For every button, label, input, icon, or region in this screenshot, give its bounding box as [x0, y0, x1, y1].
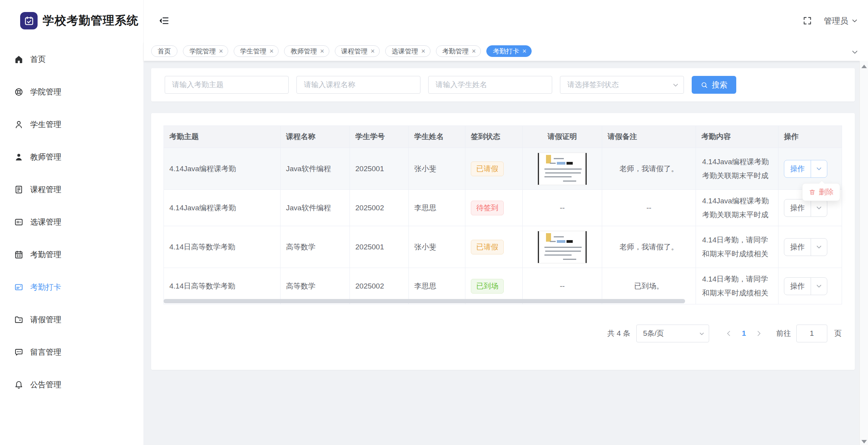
- action-chevron-down-icon[interactable]: [811, 160, 827, 177]
- cell-remark: 老师，我请假了。: [602, 226, 696, 268]
- sidebar-item-clock-in[interactable]: 考勤打卡: [0, 271, 143, 303]
- action-chevron-down-icon[interactable]: [811, 239, 827, 256]
- scroll-down-arrow-icon[interactable]: [861, 440, 867, 443]
- course-search-input[interactable]: [296, 76, 420, 94]
- sidebar-item-message[interactable]: 留言管理: [0, 336, 143, 368]
- action-button-label[interactable]: 操作: [784, 199, 811, 216]
- attendance-content-line: 4.14日考勤，请同学: [702, 272, 778, 286]
- window-scrollbar[interactable]: [859, 61, 868, 445]
- cell-proof: [523, 148, 602, 190]
- tab-college[interactable]: 学院管理×: [183, 45, 228, 57]
- status-select[interactable]: 请选择签到状态: [560, 76, 684, 94]
- home-icon: [14, 55, 24, 64]
- page-unit-label: 页: [834, 328, 842, 338]
- next-page-button[interactable]: [751, 332, 765, 335]
- tab-label: 考勤管理: [443, 47, 469, 56]
- tab-teacher[interactable]: 教师管理×: [284, 45, 329, 57]
- sidebar-item-label: 考勤管理: [30, 249, 61, 260]
- row-action-dropdown[interactable]: 操作: [784, 238, 827, 256]
- page-size-select[interactable]: 5条/页: [636, 325, 709, 342]
- tab-clock-in[interactable]: 考勤打卡×: [486, 45, 532, 57]
- row-action-dropdown[interactable]: 操作: [784, 277, 827, 295]
- user-menu[interactable]: 管理员: [824, 15, 856, 26]
- sidebar-item-home[interactable]: 首页: [0, 43, 143, 76]
- action-button-label[interactable]: 操作: [784, 160, 811, 177]
- tab-label: 首页: [158, 47, 171, 56]
- user-name: 管理员: [824, 15, 848, 26]
- search-button-label: 搜索: [712, 80, 727, 90]
- select-chevron-down-icon: [673, 82, 678, 87]
- attendance-content-line: 和期末平时成绩相关: [702, 286, 778, 300]
- sidebar-item-student[interactable]: 学生管理: [0, 108, 143, 141]
- scroll-up-arrow-icon[interactable]: [861, 65, 867, 68]
- action-dropdown-menu[interactable]: 删除: [802, 183, 840, 201]
- topic-search-input[interactable]: [165, 76, 289, 94]
- tab-student[interactable]: 学生管理×: [234, 45, 279, 57]
- leave-proof-image[interactable]: [538, 231, 587, 263]
- tab-close-icon[interactable]: ×: [320, 48, 324, 55]
- content-area: 请选择签到状态 搜索 考勤主题课程名称学生学号学生姓名签到状态请假证明请假备注考…: [144, 61, 868, 445]
- clock-in-icon: [14, 282, 24, 292]
- action-button-label[interactable]: 操作: [784, 278, 811, 295]
- cell-topic: 4.14日高等数学考勤: [164, 226, 281, 268]
- sidebar-item-teacher[interactable]: 教师管理: [0, 141, 143, 173]
- sidebar-item-label: 教师管理: [30, 152, 61, 162]
- course-icon: [14, 185, 24, 194]
- tabs-chevron-down-icon[interactable]: [849, 48, 861, 55]
- cell-action: 操作: [778, 268, 842, 304]
- tab-course[interactable]: 课程管理×: [335, 45, 380, 57]
- student-search-input[interactable]: [428, 76, 552, 94]
- sidebar-item-course[interactable]: 课程管理: [0, 173, 143, 206]
- cell-content: 4.14Java编程课考勤考勤关联期末平时成: [696, 190, 778, 226]
- app-title: 学校考勤管理系统: [43, 13, 139, 29]
- tab-close-icon[interactable]: ×: [472, 48, 476, 55]
- column-header: 课程名称: [281, 126, 350, 148]
- sidebar: 学校考勤管理系统 首页学院管理学生管理教师管理课程管理选课管理考勤管理考勤打卡请…: [0, 0, 144, 445]
- column-header: 请假备注: [602, 126, 696, 148]
- tab-close-icon[interactable]: ×: [421, 48, 425, 55]
- row-action-dropdown[interactable]: 操作: [784, 160, 827, 178]
- cell-remark: 老师，我请假了。: [602, 148, 696, 190]
- tab-close-icon[interactable]: ×: [371, 48, 375, 55]
- column-header: 学生姓名: [409, 126, 465, 148]
- sidebar-item-notice[interactable]: 公告管理: [0, 368, 143, 401]
- action-button-label[interactable]: 操作: [784, 239, 811, 256]
- row-action-dropdown[interactable]: 操作: [784, 199, 827, 217]
- sidebar-item-college[interactable]: 学院管理: [0, 76, 143, 108]
- tab-course-select[interactable]: 选课管理×: [385, 45, 431, 57]
- action-chevron-down-icon[interactable]: [811, 199, 827, 216]
- status-select-placeholder: 请选择签到状态: [567, 80, 619, 90]
- tab-list: 首页学院管理×学生管理×教师管理×课程管理×选课管理×考勤管理×考勤打卡×: [151, 45, 532, 57]
- cell-course: Java软件编程: [281, 190, 350, 226]
- tab-home[interactable]: 首页: [151, 45, 177, 57]
- search-button[interactable]: 搜索: [692, 76, 736, 94]
- cell-course: Java软件编程: [281, 148, 350, 190]
- tab-attendance[interactable]: 考勤管理×: [436, 45, 481, 57]
- sidebar-item-attendance[interactable]: 考勤管理: [0, 238, 143, 271]
- attendance-content-line: 和期末平时成绩相关: [702, 247, 778, 261]
- cell-status: 待签到: [465, 190, 523, 226]
- goto-page-input[interactable]: [796, 325, 827, 342]
- cell-student-id: 2025001: [350, 226, 409, 268]
- fullscreen-icon[interactable]: [803, 16, 812, 26]
- tab-label: 考勤打卡: [493, 47, 519, 56]
- tab-close-icon[interactable]: ×: [522, 48, 527, 55]
- tab-close-icon[interactable]: ×: [219, 48, 223, 55]
- status-badge: 待签到: [471, 201, 504, 215]
- user-chevron-down-icon: [852, 17, 857, 22]
- sidebar-item-leave[interactable]: 请假管理: [0, 303, 143, 336]
- horizontal-scrollbar-thumb[interactable]: [164, 299, 685, 303]
- tab-close-icon[interactable]: ×: [270, 48, 274, 55]
- cell-student-name: 张小斐: [409, 226, 465, 268]
- goto-label: 前往: [776, 328, 791, 338]
- sidebar-item-course-select[interactable]: 选课管理: [0, 206, 143, 238]
- column-header: 学生学号: [350, 126, 409, 148]
- course-select-icon: [14, 217, 24, 227]
- action-chevron-down-icon[interactable]: [811, 278, 827, 295]
- prev-page-button[interactable]: [723, 332, 736, 335]
- filter-card: 请选择签到状态 搜索: [151, 68, 855, 101]
- leave-proof-image[interactable]: [538, 153, 587, 185]
- sidebar-item-label: 考勤打卡: [30, 282, 61, 292]
- current-page-number[interactable]: 1: [736, 329, 751, 338]
- menu-fold-icon[interactable]: [159, 15, 169, 26]
